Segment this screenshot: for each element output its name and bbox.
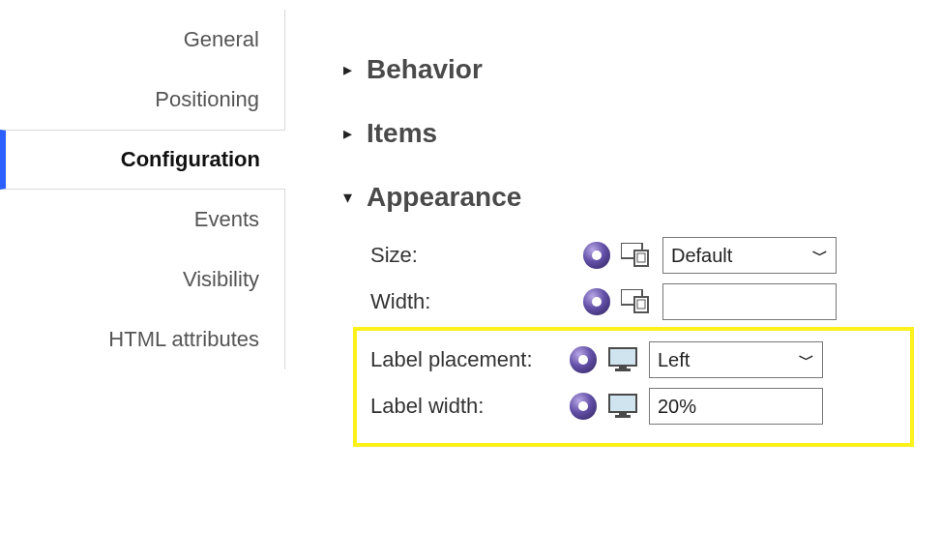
devices-icon[interactable]: [620, 287, 653, 316]
section-appearance: ▾ Appearance Size: Default: [343, 182, 941, 447]
binding-orb-icon[interactable]: [570, 346, 597, 373]
svg-rect-4: [634, 297, 648, 312]
binding-orb-icon[interactable]: [583, 242, 610, 269]
caret-right-icon: ▸: [343, 59, 367, 80]
prop-row-width: Width:: [370, 279, 941, 325]
svg-rect-7: [619, 366, 627, 368]
prop-label: Size:: [370, 243, 583, 268]
label-width-input[interactable]: 20%: [649, 388, 823, 425]
caret-right-icon: ▸: [343, 123, 367, 144]
tab-label: Positioning: [155, 87, 259, 112]
monitor-icon[interactable]: [606, 345, 639, 374]
svg-rect-10: [619, 412, 627, 415]
svg-rect-11: [615, 415, 631, 418]
label-placement-select[interactable]: Left ﹀: [649, 341, 823, 378]
svg-rect-1: [634, 251, 648, 266]
monitor-icon[interactable]: [606, 392, 639, 421]
svg-rect-8: [615, 368, 631, 371]
tab-label: General: [184, 27, 259, 52]
section-items: ▸ Items: [343, 118, 941, 149]
binding-orb-icon[interactable]: [583, 288, 610, 315]
tab-configuration[interactable]: Configuration: [0, 130, 285, 190]
caret-down-icon: ▾: [343, 187, 367, 208]
prop-label: Label width:: [370, 394, 570, 419]
prop-row-size: Size: Default ﹀: [370, 232, 941, 279]
binding-orb-icon[interactable]: [570, 393, 597, 420]
tab-visibility[interactable]: Visibility: [0, 250, 285, 309]
section-title: Items: [367, 118, 437, 149]
section-title: Appearance: [367, 182, 521, 213]
select-value: Default: [671, 245, 732, 267]
tab-label: Visibility: [183, 267, 259, 292]
section-header-behavior[interactable]: ▸ Behavior: [343, 54, 941, 85]
width-input[interactable]: [662, 283, 837, 320]
input-value: 20%: [658, 396, 696, 418]
content-pane: ▸ Behavior ▸ Items ▾ Appearance Size:: [285, 0, 941, 560]
tab-general[interactable]: General: [0, 10, 285, 70]
prop-row-label-placement: Label placement: Left ﹀: [370, 337, 897, 383]
tab-label: Events: [194, 207, 259, 232]
prop-label: Label placement:: [370, 347, 570, 372]
highlight-annotation: Label placement: Left ﹀: [353, 327, 914, 447]
section-header-appearance[interactable]: ▾ Appearance: [343, 182, 941, 213]
devices-icon[interactable]: [620, 241, 653, 270]
svg-rect-6: [609, 348, 636, 366]
tab-label: Configuration: [121, 147, 260, 172]
chevron-down-icon: ﹀: [799, 350, 814, 370]
tab-html-attributes[interactable]: HTML attributes: [0, 309, 285, 369]
section-header-items[interactable]: ▸ Items: [343, 118, 941, 149]
tab-events[interactable]: Events: [0, 190, 285, 250]
prop-label: Width:: [370, 289, 583, 314]
chevron-down-icon: ﹀: [812, 246, 828, 266]
tab-positioning[interactable]: Positioning: [0, 70, 285, 130]
section-behavior: ▸ Behavior: [343, 54, 941, 85]
tab-label: HTML attributes: [108, 327, 259, 352]
sidebar: General Positioning Configuration Events…: [0, 0, 285, 560]
svg-rect-9: [609, 395, 636, 412]
section-title: Behavior: [367, 54, 483, 85]
section-body-appearance: Size: Default ﹀ Width: [343, 213, 941, 447]
prop-row-label-width: Label width: 20%: [370, 383, 897, 429]
select-value: Left: [658, 349, 690, 371]
size-select[interactable]: Default ﹀: [662, 237, 837, 274]
